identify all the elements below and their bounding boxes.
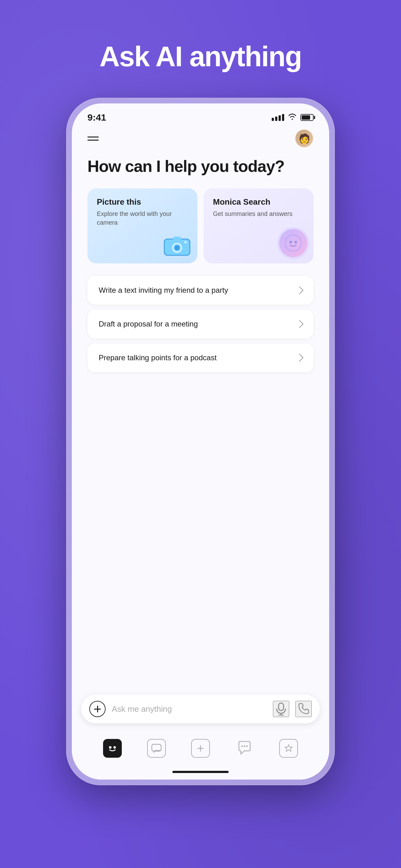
menu-button[interactable] — [88, 136, 99, 141]
chevron-right-icon-0 — [295, 286, 303, 294]
svg-point-8 — [290, 241, 292, 243]
status-icons — [272, 113, 313, 122]
svg-rect-15 — [152, 744, 161, 751]
svg-point-13 — [109, 746, 111, 749]
signal-bars-icon — [272, 114, 284, 121]
svg-point-18 — [241, 746, 243, 747]
input-bar: Ask me anything — [81, 694, 320, 723]
chevron-right-icon-2 — [295, 354, 303, 362]
suggestion-text-1: Draft a proposal for a meeting — [99, 320, 198, 329]
phone-screen: 9:41 — [72, 103, 329, 780]
nav-item-saved[interactable] — [276, 736, 301, 761]
nav-item-compose[interactable] — [188, 736, 213, 761]
svg-point-20 — [246, 746, 248, 747]
monica-icon — [279, 229, 307, 257]
messages-icon — [235, 739, 254, 758]
feature-card-monica-search[interactable]: Monica Search Get summaries and answers — [204, 188, 313, 264]
mic-button[interactable] — [273, 701, 289, 717]
feature-card-picture-this[interactable]: Picture this Explore the world with your… — [88, 188, 197, 264]
nav-bar: 🧑 — [72, 126, 329, 154]
camera-icon — [163, 234, 191, 257]
nav-item-home[interactable] — [100, 736, 125, 761]
wifi-icon — [288, 113, 297, 122]
saved-icon — [279, 739, 298, 758]
chat-icon — [147, 739, 166, 758]
svg-point-4 — [175, 246, 179, 250]
suggestion-item-2[interactable]: Prepare talking points for a podcast — [88, 343, 313, 372]
bottom-area: Ask me anything — [72, 688, 329, 780]
add-button[interactable] — [89, 701, 106, 717]
hero-title: Ask AI anything — [100, 41, 302, 73]
home-bar — [172, 771, 229, 773]
feature-cards: Picture this Explore the world with your… — [88, 188, 313, 264]
status-bar: 9:41 — [72, 103, 329, 126]
nav-item-chat[interactable] — [144, 736, 169, 761]
svg-rect-10 — [278, 703, 283, 711]
suggestion-list: Write a text inviting my friend to a par… — [88, 276, 313, 372]
feature-card-monica-search-title: Monica Search — [213, 197, 304, 207]
home-indicator — [81, 764, 320, 780]
feature-card-monica-search-desc: Get summaries and answers — [213, 209, 304, 218]
nav-item-messages[interactable] — [232, 736, 257, 761]
main-content: How can I help you today? Picture this E… — [72, 154, 329, 688]
phone-shell: 9:41 — [66, 98, 335, 785]
greeting-title: How can I help you today? — [88, 157, 313, 176]
svg-point-19 — [244, 746, 245, 747]
suggestion-item-1[interactable]: Draft a proposal for a meeting — [88, 310, 313, 338]
input-field[interactable]: Ask me anything — [112, 704, 267, 714]
bottom-nav — [81, 731, 320, 764]
svg-point-9 — [295, 241, 297, 243]
avatar[interactable]: 🧑 — [295, 129, 313, 148]
phone-button[interactable] — [295, 701, 312, 717]
feature-card-picture-this-desc: Explore the world with your camera — [97, 209, 188, 227]
svg-rect-5 — [173, 237, 181, 241]
compose-icon — [191, 739, 210, 758]
home-icon — [103, 739, 122, 758]
suggestion-text-2: Prepare talking points for a podcast — [99, 353, 217, 362]
suggestion-text-0: Write a text inviting my friend to a par… — [99, 286, 228, 294]
svg-point-14 — [113, 746, 116, 749]
suggestion-item-0[interactable]: Write a text inviting my friend to a par… — [88, 276, 313, 305]
feature-card-picture-this-title: Picture this — [97, 197, 188, 207]
status-time: 9:41 — [88, 112, 106, 123]
chevron-right-icon-1 — [295, 320, 303, 328]
battery-icon — [300, 114, 313, 121]
svg-point-6 — [184, 241, 187, 243]
svg-point-7 — [285, 235, 301, 251]
